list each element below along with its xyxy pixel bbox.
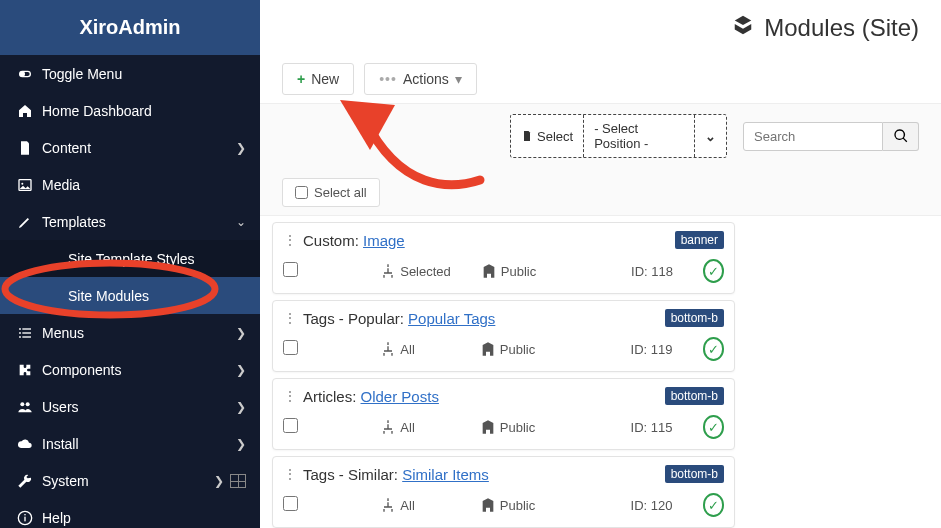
- module-link[interactable]: Popular Tags: [408, 310, 495, 327]
- svg-rect-11: [22, 336, 31, 337]
- drag-handle-icon[interactable]: ⋮: [283, 388, 297, 404]
- position-badge: bottom-b: [665, 465, 724, 483]
- sidebar-item-toggle-menu[interactable]: Toggle Menu: [0, 55, 260, 92]
- image-icon: [14, 177, 36, 193]
- module-link[interactable]: Image: [363, 232, 405, 249]
- dashboard-grid-icon[interactable]: [230, 474, 246, 488]
- position-chevron[interactable]: ⌄: [695, 115, 726, 157]
- sidebar-item-install[interactable]: Install❯: [0, 425, 260, 462]
- svg-rect-9: [22, 332, 31, 333]
- plus-icon: +: [297, 71, 305, 87]
- select-seg[interactable]: Select: [511, 115, 584, 157]
- wrench-icon: [14, 473, 36, 489]
- sidebar-item-label: Menus: [42, 325, 236, 341]
- info-icon: [14, 510, 36, 526]
- status-published-icon[interactable]: ✓: [703, 493, 724, 517]
- sidebar-item-content[interactable]: Content❯: [0, 129, 260, 166]
- position-select-group[interactable]: Select - Select Position - ⌄: [510, 114, 727, 158]
- module-title: Tags - Similar: Similar Items: [303, 466, 665, 483]
- chevron-down-icon: ▾: [455, 71, 462, 87]
- svg-rect-6: [19, 328, 21, 329]
- chevron-right-icon: ❯: [236, 326, 246, 340]
- select-all[interactable]: Select all: [282, 178, 380, 207]
- svg-point-12: [20, 402, 24, 406]
- module-card: ⋮Custom: Imagebanner Selected PublicID: …: [272, 222, 735, 294]
- drag-handle-icon[interactable]: ⋮: [283, 310, 297, 326]
- row-checkbox[interactable]: [283, 340, 298, 355]
- module-kind: Tags - Popular:: [303, 310, 408, 327]
- position-badge: bottom-b: [665, 309, 724, 327]
- building-icon: [480, 419, 496, 435]
- svg-rect-16: [24, 514, 25, 515]
- module-card: ⋮Articles: Older Postsbottom-b All Publi…: [272, 378, 735, 450]
- sidebar-item-components[interactable]: Components❯: [0, 351, 260, 388]
- chevron-right-icon: ❯: [214, 474, 224, 488]
- status-published-icon[interactable]: ✓: [703, 337, 724, 361]
- module-card: ⋮Tags - Popular: Popular Tagsbottom-b Al…: [272, 300, 735, 372]
- search-input[interactable]: [743, 122, 883, 151]
- sidebar-item-templates[interactable]: Templates⌄: [0, 203, 260, 240]
- sidebar-item-label: Install: [42, 436, 236, 452]
- module-link[interactable]: Similar Items: [402, 466, 489, 483]
- id-meta: ID: 120: [631, 498, 683, 513]
- row-checkbox[interactable]: [283, 418, 298, 433]
- search-icon: [893, 128, 909, 144]
- assignment-meta: All: [380, 341, 449, 357]
- drag-handle-icon[interactable]: ⋮: [283, 466, 297, 482]
- module-link[interactable]: Older Posts: [361, 388, 439, 405]
- sidebar-item-label: Toggle Menu: [42, 66, 246, 82]
- sidebar-item-media[interactable]: Media: [0, 166, 260, 203]
- select-seg-label: Select: [537, 129, 573, 144]
- chevron-right-icon: ❯: [236, 141, 246, 155]
- new-button[interactable]: + New: [282, 63, 354, 95]
- sidebar-item-site-template-styles[interactable]: Site Template Styles: [0, 240, 260, 277]
- svg-rect-15: [24, 516, 25, 521]
- module-kind: Tags - Similar:: [303, 466, 402, 483]
- position-seg-label: - Select Position -: [594, 121, 684, 151]
- sidebar-item-label: System: [42, 473, 214, 489]
- actions-button[interactable]: ••• Actions ▾: [364, 63, 477, 95]
- actions-button-label: Actions: [403, 71, 449, 87]
- svg-rect-10: [19, 336, 21, 337]
- module-card: ⋮Tags - Similar: Similar Itemsbottom-b A…: [272, 456, 735, 528]
- row-checkbox[interactable]: [283, 262, 298, 277]
- chevron-right-icon: ❯: [236, 363, 246, 377]
- file-icon: [521, 130, 533, 142]
- building-icon: [481, 263, 497, 279]
- sidebar-item-help[interactable]: Help: [0, 499, 260, 528]
- module-kind: Custom:: [303, 232, 363, 249]
- users-icon: [14, 399, 36, 415]
- sidebar-item-home-dashboard[interactable]: Home Dashboard: [0, 92, 260, 129]
- row-checkbox[interactable]: [283, 496, 298, 511]
- svg-rect-7: [22, 328, 31, 329]
- id-meta: ID: 118: [631, 264, 683, 279]
- sidebar-item-label: Content: [42, 140, 236, 156]
- chevron-down-icon: ⌄: [705, 129, 716, 144]
- status-published-icon[interactable]: ✓: [703, 259, 724, 283]
- pencil-icon: [14, 214, 36, 230]
- position-seg[interactable]: - Select Position -: [584, 115, 695, 157]
- access-meta: Public: [481, 263, 541, 279]
- filter-band: Select - Select Position - ⌄ Select all: [260, 103, 941, 216]
- sidebar-item-menus[interactable]: Menus❯: [0, 314, 260, 351]
- sitemap-icon: [380, 263, 396, 279]
- building-icon: [480, 341, 496, 357]
- drag-handle-icon[interactable]: ⋮: [283, 232, 297, 248]
- home-icon: [14, 103, 36, 119]
- search-button[interactable]: [883, 122, 919, 151]
- chevron-right-icon: ❯: [236, 400, 246, 414]
- sidebar-item-label: Media: [42, 177, 246, 193]
- sitemap-icon: [380, 419, 396, 435]
- chevron-down-icon: ⌄: [236, 215, 246, 229]
- sidebar-item-users[interactable]: Users❯: [0, 388, 260, 425]
- status-published-icon[interactable]: ✓: [703, 415, 724, 439]
- svg-point-13: [26, 402, 30, 406]
- sidebar-item-site-modules[interactable]: Site Modules: [0, 277, 260, 314]
- sidebar-item-system[interactable]: System❯: [0, 462, 260, 499]
- module-title: Tags - Popular: Popular Tags: [303, 310, 665, 327]
- page-header: Modules (Site): [260, 0, 941, 55]
- new-button-label: New: [311, 71, 339, 87]
- select-all-checkbox[interactable]: [295, 186, 308, 199]
- sidebar-item-label: Home Dashboard: [42, 103, 246, 119]
- access-meta: Public: [480, 419, 541, 435]
